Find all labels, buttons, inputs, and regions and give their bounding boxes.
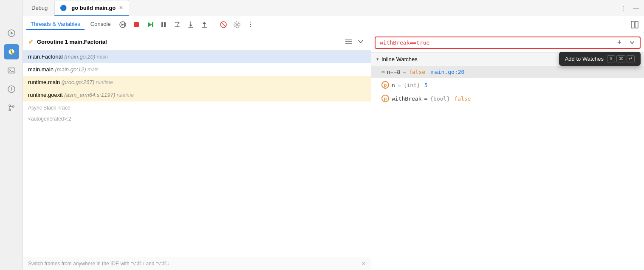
tab-go-build-label: go build main.go <box>71 5 116 11</box>
svg-marker-26 <box>203 22 206 24</box>
inline-watches-chevron-icon: ▾ <box>376 56 379 62</box>
svg-rect-16 <box>152 22 153 27</box>
sidebar-icon-terminal[interactable] <box>4 63 19 78</box>
goroutine-actions <box>344 37 366 47</box>
watch-item[interactable]: p withBreak = {bool} false <box>371 92 644 105</box>
frames-list: main.Factorial (main.go:20) main main.ma… <box>23 51 371 257</box>
tooltip-shortcut: ⇧ ⌘ ↵ <box>607 55 635 62</box>
sidebar: 🐛 <box>0 0 23 270</box>
svg-point-11 <box>12 106 14 107</box>
content-area: ✔ Goroutine 1 main.Factorial <box>23 33 644 270</box>
stop-btn[interactable] <box>130 19 142 31</box>
tab-debug[interactable]: Debug <box>26 0 53 16</box>
frame-item[interactable]: main.Factorial (main.go:20) main <box>23 51 371 63</box>
p-icon: p <box>381 81 389 89</box>
watch-chevron-button[interactable] <box>627 38 637 48</box>
frame-item[interactable]: main.main (main.go:12) main <box>23 63 371 76</box>
svg-rect-17 <box>161 22 163 27</box>
svg-rect-18 <box>164 22 166 27</box>
watch-item[interactable]: p n = {int} 5 <box>371 78 644 92</box>
watch-item[interactable]: ∞ n==8 = false main.go:20 <box>371 66 644 78</box>
step-out-btn[interactable] <box>198 19 210 31</box>
tab-close-button[interactable]: ✕ <box>118 4 124 11</box>
watch-value-n: 5 <box>424 82 428 88</box>
tab-go-build[interactable]: 🔵 go build main.go ✕ <box>54 0 129 16</box>
minimize-icon[interactable]: — <box>631 3 641 13</box>
svg-rect-14 <box>134 22 139 27</box>
status-close-icon[interactable]: ✕ <box>362 261 366 267</box>
clear-breakpoints-btn[interactable] <box>231 19 243 31</box>
svg-point-10 <box>9 109 11 111</box>
mute-breakpoints-btn[interactable] <box>217 19 229 31</box>
svg-marker-15 <box>148 22 152 27</box>
add-to-watches-tooltip: Add to Watches ⇧ ⌘ ↵ <box>559 52 641 66</box>
svg-rect-34 <box>635 21 638 28</box>
svg-rect-4 <box>8 68 15 73</box>
goroutine-menu-btn[interactable] <box>344 37 354 47</box>
shortcut-enter-icon: ↵ <box>627 55 635 62</box>
goroutine-title: Goroutine 1 main.Factorial <box>37 39 340 45</box>
goroutine-header: ✔ Goroutine 1 main.Factorial <box>23 33 371 51</box>
status-bar: Switch frames from anywhere in the IDE w… <box>23 257 371 270</box>
svg-point-8 <box>11 90 12 91</box>
sidebar-icon-git[interactable] <box>4 100 19 115</box>
sidebar-icon-warning[interactable] <box>4 82 19 97</box>
shortcut-cmd-icon: ⌘ <box>616 55 625 62</box>
tab-bar-actions: ⋮ — <box>619 3 641 13</box>
frame-item[interactable]: runtime.goexit (asm_arm64.s:1197) runtim… <box>23 89 371 101</box>
more-debug-btn[interactable]: ⋮ <box>245 19 257 31</box>
autogen-label: <autogenerated>:2 <box>23 114 371 124</box>
step-over-btn[interactable] <box>171 19 183 31</box>
infinity-icon: ∞ <box>381 69 384 75</box>
step-into-btn[interactable] <box>185 19 197 31</box>
split-view-btn[interactable] <box>629 19 641 31</box>
tab-threads-variables[interactable]: Threads & Variables <box>26 19 85 30</box>
svg-rect-33 <box>631 21 634 28</box>
resume-btn[interactable] <box>144 19 156 31</box>
async-trace-label: Async Stack Trace <box>23 101 371 114</box>
rerun-btn[interactable] <box>117 19 129 31</box>
watch-expression-input[interactable] <box>375 37 641 49</box>
more-options-icon[interactable]: ⋮ <box>619 3 628 13</box>
pause-btn[interactable] <box>158 19 169 31</box>
svg-line-29 <box>221 22 226 27</box>
inline-watches-label: Inline Watches <box>381 56 418 62</box>
tab-console[interactable]: Console <box>86 19 115 30</box>
status-text: Switch frames from anywhere in the IDE w… <box>28 261 169 267</box>
toolbar: Threads & Variables Console <box>23 16 644 33</box>
svg-marker-1 <box>11 32 13 35</box>
goroutine-chevron-btn[interactable] <box>356 37 366 47</box>
shortcut-shift-icon: ⇧ <box>607 55 615 62</box>
add-watch-button[interactable]: + <box>613 37 625 49</box>
svg-text:🐛: 🐛 <box>9 48 16 55</box>
watch-input-row: + <box>371 33 644 53</box>
goroutine-check-icon: ✔ <box>28 38 34 46</box>
svg-text:🔵: 🔵 <box>60 4 67 11</box>
tab-bar: Debug 🔵 go build main.go ✕ ⋮ — <box>23 0 644 16</box>
tab-debug-label: Debug <box>31 5 48 11</box>
svg-marker-23 <box>189 25 192 27</box>
tooltip-label: Add to Watches <box>565 56 604 62</box>
frame-item[interactable]: runtime.main (proc.go:267) runtime <box>23 76 371 89</box>
watches-panel: + Add to Watches ⇧ ⌘ ↵ ▾ Inline <box>371 33 644 270</box>
sidebar-icon-debug[interactable]: 🐛 <box>4 44 19 59</box>
watch-value-withbreak: false <box>454 96 471 102</box>
sidebar-icon-play[interactable] <box>4 25 19 41</box>
threads-panel: ✔ Goroutine 1 main.Factorial <box>23 33 371 270</box>
main-content: Debug 🔵 go build main.go ✕ ⋮ — Threads &… <box>23 0 644 270</box>
p-icon: p <box>381 95 389 102</box>
